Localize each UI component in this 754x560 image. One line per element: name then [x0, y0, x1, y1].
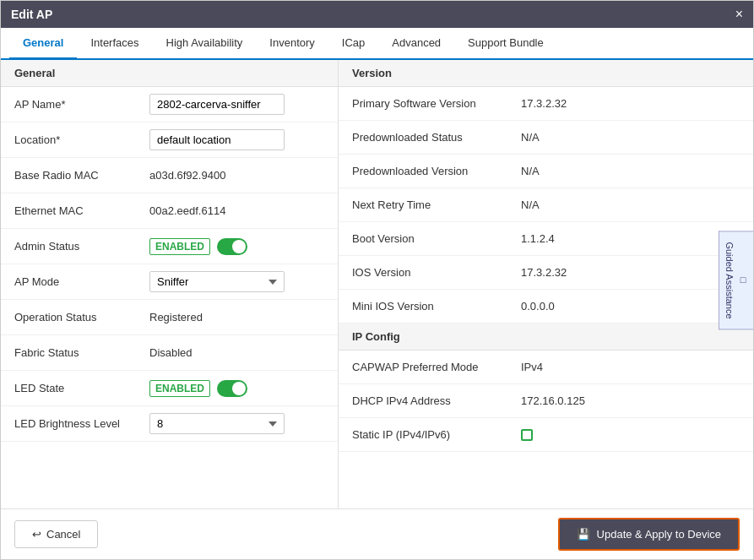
admin-status-toggle[interactable] — [217, 238, 247, 255]
fabric-status-value: Disabled — [149, 346, 324, 359]
ethernet-mac-value: 00a2.eedf.6114 — [149, 204, 324, 217]
cancel-label: Cancel — [46, 528, 80, 541]
dhcp-ipv4-address-row: DHCP IPv4 Address 172.16.0.125 — [339, 384, 753, 418]
admin-status-row: Admin Status ENABLED — [1, 229, 338, 264]
dhcp-ipv4-address-value: 172.16.0.125 — [521, 394, 585, 407]
boot-version-value: 1.1.2.4 — [521, 232, 555, 245]
operation-status-label: Operation Status — [14, 311, 149, 323]
predownloaded-status-row: Predownloaded Status N/A — [339, 121, 753, 155]
capwap-preferred-mode-label: CAPWAP Preferred Mode — [352, 361, 521, 373]
led-state-label: LED State — [14, 382, 149, 394]
general-section-header: General — [1, 60, 338, 87]
ap-name-input[interactable] — [149, 94, 285, 115]
modal-header: Edit AP × — [1, 1, 753, 28]
predownloaded-status-label: Predownloaded Status — [352, 131, 521, 144]
dhcp-ipv4-address-label: DHCP IPv4 Address — [352, 394, 521, 407]
tab-advanced[interactable]: Advanced — [378, 28, 454, 60]
ap-mode-row: AP Mode Sniffer Local Monitor FlexConnec… — [1, 264, 338, 300]
location-row: Location* — [1, 122, 338, 158]
mini-ios-version-value: 0.0.0.0 — [521, 300, 555, 313]
right-panel: Version Primary Software Version 17.3.2.… — [339, 60, 753, 508]
edit-ap-modal: Edit AP × General Interfaces High Availa… — [0, 0, 754, 560]
predownloaded-version-value: N/A — [521, 165, 540, 177]
guided-assistance-icon: □ — [738, 275, 748, 285]
cancel-icon: ↩ — [32, 528, 41, 541]
ip-config-section-header: IP Config — [339, 323, 753, 351]
location-label: Location* — [14, 133, 149, 146]
base-radio-mac-value: a03d.6f92.9400 — [149, 169, 324, 182]
primary-software-version-label: Primary Software Version — [352, 97, 521, 110]
led-brightness-select[interactable]: 8 1 2 3 4 5 6 7 — [149, 413, 285, 434]
cancel-button[interactable]: ↩ Cancel — [14, 520, 98, 548]
led-state-toggle[interactable] — [217, 380, 247, 397]
led-state-toggle-label: ENABLED — [149, 380, 210, 397]
led-state-toggle-wrapper: ENABLED — [149, 380, 247, 397]
update-apply-label: Update & Apply to Device — [597, 528, 721, 541]
boot-version-row: Boot Version 1.1.2.4 — [339, 222, 753, 256]
version-section-header: Version — [339, 60, 753, 87]
fabric-status-row: Fabric Status Disabled — [1, 335, 338, 371]
ios-version-label: IOS Version — [352, 266, 521, 279]
modal-title: Edit AP — [11, 8, 52, 21]
guided-assistance-panel[interactable]: □ Guided Assistance — [719, 231, 753, 329]
primary-software-version-row: Primary Software Version 17.3.2.32 — [339, 87, 753, 121]
ap-mode-select[interactable]: Sniffer Local Monitor FlexConnect — [149, 271, 285, 292]
tab-high-availability[interactable]: High Availability — [153, 28, 257, 60]
location-input[interactable] — [149, 129, 285, 150]
ap-name-row: AP Name* — [1, 87, 338, 122]
operation-status-value: Registered — [149, 311, 324, 323]
ap-name-label: AP Name* — [14, 98, 149, 111]
mini-ios-version-label: Mini IOS Version — [352, 300, 521, 313]
led-brightness-row: LED Brightness Level 8 1 2 3 4 5 6 7 — [1, 406, 338, 442]
capwap-preferred-mode-value: IPv4 — [521, 361, 543, 373]
tab-inventory[interactable]: Inventory — [256, 28, 328, 60]
tab-support-bundle[interactable]: Support Bundle — [454, 28, 557, 60]
predownloaded-version-row: Predownloaded Version N/A — [339, 155, 753, 188]
modal-footer: ↩ Cancel 💾 Update & Apply to Device — [1, 508, 753, 559]
next-retry-time-label: Next Retry Time — [352, 198, 521, 211]
static-ip-checkbox[interactable] — [521, 429, 533, 441]
next-retry-time-value: N/A — [521, 198, 540, 211]
tab-interfaces[interactable]: Interfaces — [77, 28, 152, 60]
ios-version-row: IOS Version 17.3.2.32 — [339, 256, 753, 290]
ap-mode-label: AP Mode — [14, 275, 149, 288]
base-radio-mac-row: Base Radio MAC a03d.6f92.9400 — [1, 158, 338, 193]
next-retry-time-row: Next Retry Time N/A — [339, 188, 753, 222]
led-state-row: LED State ENABLED — [1, 371, 338, 406]
ethernet-mac-row: Ethernet MAC 00a2.eedf.6114 — [1, 193, 338, 229]
save-icon: 💾 — [577, 528, 590, 541]
left-panel: General AP Name* Location* Base Radio MA… — [1, 60, 339, 508]
fabric-status-label: Fabric Status — [14, 346, 149, 359]
boot-version-label: Boot Version — [352, 232, 521, 245]
capwap-preferred-mode-row: CAPWAP Preferred Mode IPv4 — [339, 351, 753, 384]
primary-software-version-value: 17.3.2.32 — [521, 97, 567, 110]
admin-status-toggle-wrapper: ENABLED — [149, 238, 247, 255]
close-button[interactable]: × — [735, 8, 743, 21]
tab-bar: General Interfaces High Availability Inv… — [1, 28, 753, 60]
admin-status-label: Admin Status — [14, 240, 149, 253]
base-radio-mac-label: Base Radio MAC — [14, 169, 149, 182]
ios-version-value: 17.3.2.32 — [521, 266, 567, 279]
modal-body: General AP Name* Location* Base Radio MA… — [1, 60, 753, 508]
guided-assistance-label: Guided Assistance — [724, 242, 735, 318]
led-brightness-label: LED Brightness Level — [14, 417, 149, 430]
static-ip-row: Static IP (IPv4/IPv6) — [339, 418, 753, 452]
admin-status-toggle-label: ENABLED — [149, 238, 210, 255]
update-apply-button[interactable]: 💾 Update & Apply to Device — [558, 518, 740, 551]
mini-ios-version-row: Mini IOS Version 0.0.0.0 — [339, 290, 753, 323]
static-ip-label: Static IP (IPv4/IPv6) — [352, 428, 521, 441]
operation-status-row: Operation Status Registered — [1, 300, 338, 335]
ethernet-mac-label: Ethernet MAC — [14, 204, 149, 217]
predownloaded-version-label: Predownloaded Version — [352, 165, 521, 177]
tab-icap[interactable]: ICap — [328, 28, 378, 60]
predownloaded-status-value: N/A — [521, 131, 540, 144]
tab-general[interactable]: General — [9, 28, 77, 60]
